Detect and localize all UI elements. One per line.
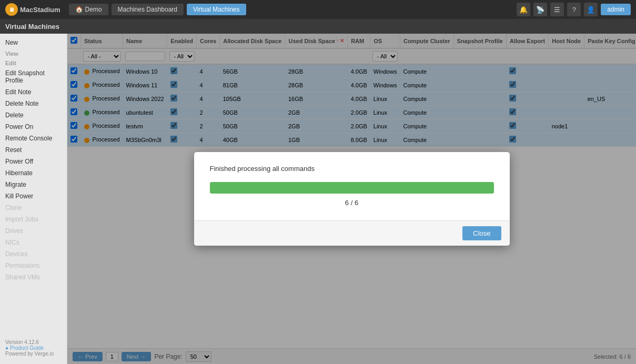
sidebar-section-edit: Edit (0, 58, 67, 67)
progress-bar (210, 182, 494, 194)
sidebar-item-hibernate[interactable]: Hibernate (0, 167, 67, 179)
nav-virtual-machines-btn[interactable]: Virtual Machines (187, 4, 246, 15)
logo: 🖥 MacStadium (5, 3, 60, 16)
sidebar-item-kill-power[interactable]: Kill Power (0, 190, 67, 202)
powered-by-label: Powered by Verge.io (5, 351, 62, 357)
sidebar-item-delete-note[interactable]: Delete Note (0, 98, 67, 109)
sidebar-item-import-jobs: Import Jobs (0, 214, 67, 225)
modal-body: Finished processing all commands 6 / 6 (194, 152, 510, 220)
sidebar-item-edit-snapshot-profile[interactable]: Edit Snapshot Profile (0, 67, 67, 86)
logo-text: MacStadium (20, 6, 60, 14)
notifications-btn[interactable]: 🔔 (517, 3, 530, 16)
modal-message: Finished processing all commands (210, 165, 494, 173)
sidebar-item-migrate[interactable]: Migrate (0, 179, 67, 190)
content-area: Status Name Enabled Cores Allocated Disk… (67, 34, 636, 364)
progress-container (210, 182, 494, 194)
modal-overlay: Finished processing all commands 6 / 6 C… (67, 34, 636, 364)
nav-machines-dashboard-btn[interactable]: Machines Dashboard (112, 4, 184, 15)
sidebar-item-clone: Clone (0, 202, 67, 214)
sidebar-item-edit-note[interactable]: Edit Note (0, 86, 67, 98)
sidebar-item-reset[interactable]: Reset (0, 144, 67, 156)
sidebar-footer: Version 4.12.6 ● Product Guide Powered b… (0, 335, 67, 361)
sub-nav: Virtual Machines (0, 19, 636, 34)
top-nav: 🖥 MacStadium 🏠 Demo Machines Dashboard V… (0, 0, 636, 19)
sidebar-item-new[interactable]: New (0, 37, 67, 48)
sub-nav-title: Virtual Machines (5, 23, 59, 31)
main-layout: New View Edit Edit Snapshot Profile Edit… (0, 34, 636, 364)
feed-btn[interactable]: 📡 (533, 3, 547, 16)
sidebar-item-nics: NICs (0, 237, 67, 248)
progress-text: 6 / 6 (210, 199, 494, 207)
user-btn[interactable]: 👤 (584, 3, 598, 16)
modal-footer: Close (194, 220, 510, 246)
sidebar-item-remote-console[interactable]: Remote Console (0, 133, 67, 144)
circle-icon: ● (5, 345, 8, 351)
sidebar-item-delete[interactable]: Delete (0, 109, 67, 121)
menu-btn[interactable]: ☰ (550, 3, 564, 16)
sidebar-item-devices: Devices (0, 248, 67, 260)
nav-demo-btn[interactable]: 🏠 Demo (69, 4, 108, 15)
sidebar-item-shared-vms: Shared VMs (0, 271, 67, 283)
version-label: Version 4.12.6 (5, 339, 62, 345)
sidebar-item-power-on[interactable]: Power On (0, 121, 67, 133)
modal: Finished processing all commands 6 / 6 C… (194, 152, 510, 246)
sidebar-item-permissions: Permissions (0, 260, 67, 271)
nav-right: 🔔 📡 ☰ ? 👤 admin (517, 3, 631, 16)
close-btn[interactable]: Close (462, 226, 501, 240)
sidebar: New View Edit Edit Snapshot Profile Edit… (0, 34, 67, 364)
sidebar-item-power-off[interactable]: Power Off (0, 156, 67, 167)
home-icon: 🏠 (75, 6, 83, 13)
logo-icon: 🖥 (5, 3, 18, 16)
product-guide-link[interactable]: ● Product Guide (5, 345, 62, 351)
sidebar-item-drives: Drives (0, 225, 67, 237)
sidebar-section-view: View (0, 48, 67, 58)
help-btn[interactable]: ? (567, 3, 581, 16)
admin-btn[interactable]: admin (601, 4, 631, 15)
